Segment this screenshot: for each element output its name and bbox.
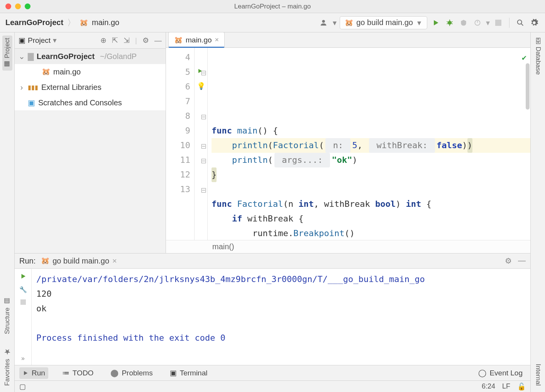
go-file-icon: 🐹 [80, 19, 88, 27]
fold-icon[interactable]: ⊟ [201, 157, 206, 165]
balloon-icon: ◯ [478, 368, 486, 377]
code-line[interactable]: println( args...: "ok") [212, 153, 530, 167]
maximize-window-icon[interactable] [25, 3, 30, 9]
bottom-tool-strip: Run ≔ TODO ⬤ Problems ▣ Terminal ◯ Event… [15, 365, 530, 380]
internal-tool-button[interactable]: Internal [534, 362, 542, 388]
database-tool-button[interactable]: 🗄 Database [534, 35, 542, 77]
rerun-icon[interactable] [20, 273, 27, 280]
svg-point-0 [322, 20, 325, 22]
more-icon[interactable]: » [21, 355, 25, 362]
workspace: ▦ Project Structure ▤ Favorites ★ ▣ Proj… [0, 32, 545, 392]
lock-icon[interactable]: 🔓 [517, 382, 526, 391]
run-header: Run: 🐹 go build main.go × ⚙ — [15, 253, 530, 269]
editor-tab-main-go[interactable]: 🐹 main.go × [168, 32, 225, 47]
code-line[interactable]: runtime.Breakpoint() [212, 226, 530, 240]
tree-scratches[interactable]: › ▣ Scratches and Consoles [15, 95, 166, 110]
problems-tab-button[interactable]: ⬤ Problems [107, 367, 156, 379]
close-icon[interactable]: × [112, 257, 117, 265]
coverage-button[interactable] [458, 17, 469, 28]
tree-external-libraries[interactable]: › ▮▮▮ External Libraries [15, 79, 166, 95]
run-button[interactable] [430, 17, 441, 28]
event-log-button[interactable]: ◯ Event Log [475, 367, 526, 379]
project-tree[interactable]: ⌄ ▇ LearnGoProject ~/GolandP 🐹 main.go ›… [15, 49, 166, 110]
inspection-ok-icon[interactable]: ✔ [522, 50, 526, 65]
run-tool-window: Run: 🐹 go build main.go × ⚙ — 🔧 » [15, 253, 530, 365]
console-line: Process finished with the exit code 0 [36, 331, 526, 345]
terminal-tab-button[interactable]: ▣ Terminal [167, 367, 211, 379]
run-tab[interactable]: 🐹 go build main.go × [41, 257, 117, 265]
structure-tool-button[interactable]: Structure ▤ [3, 295, 11, 336]
select-opened-file-icon[interactable]: ⊕ [100, 36, 107, 45]
code-line[interactable]: func Factorial(n int, withBreak bool) in… [212, 197, 530, 211]
svg-point-1 [448, 21, 452, 25]
title-bar: LearnGoProject – main.go [0, 0, 545, 13]
minimize-window-icon[interactable] [15, 3, 21, 9]
line-separator[interactable]: LF [502, 382, 510, 390]
line-numbers: 45678910111213 [166, 48, 195, 240]
scratches-icon: ▣ [28, 98, 35, 107]
code-line[interactable]: func main() { [212, 123, 530, 138]
chevron-down-icon[interactable]: ⌄ [19, 52, 25, 61]
stop-button[interactable] [493, 17, 504, 28]
tree-file-main-go[interactable]: 🐹 main.go [15, 64, 166, 79]
user-icon[interactable] [319, 17, 330, 28]
stop-icon[interactable] [20, 299, 26, 305]
status-bar: ▢ 6:24 LF 🔓 [15, 380, 530, 392]
code-line[interactable] [212, 182, 530, 197]
todo-tab-button[interactable]: ≔ TODO [59, 367, 97, 379]
caret-position[interactable]: 6:24 [482, 382, 495, 390]
list-icon: ≔ [62, 368, 69, 377]
chevron-right-icon[interactable]: › [19, 83, 25, 92]
run-title: Run: [19, 257, 36, 265]
gutter-icons: ⊟💡⊟⊟⊟⊟ [195, 48, 208, 240]
console-line: ok [36, 301, 526, 316]
close-window-icon[interactable] [5, 3, 11, 9]
favorites-tool-button[interactable]: Favorites ★ [3, 345, 12, 388]
go-file-icon: 🐹 [345, 19, 353, 27]
center-area: ▣ Project ▾ ⊕ ⇱ ⇲ | ⚙ — ⌄ [15, 32, 530, 392]
structure-icon: ▤ [3, 297, 11, 305]
main-toolbar: LearnGoProject 〉 🐹 main.go ▾ 🐹 go build … [0, 13, 545, 32]
search-everywhere-button[interactable] [515, 17, 526, 28]
editor-breadcrumb[interactable]: main() [166, 240, 530, 253]
chevron-down-icon[interactable]: ▾ [486, 18, 490, 27]
code-line[interactable]: if withBreak { [212, 211, 530, 226]
intention-bulb-icon[interactable]: 💡 [197, 82, 205, 90]
star-icon: ★ [3, 347, 12, 357]
tool-windows-icon[interactable]: ▢ [19, 382, 26, 391]
window-controls [0, 3, 30, 9]
close-tab-icon[interactable]: × [215, 36, 219, 44]
breadcrumb-file[interactable]: main.go [92, 18, 119, 27]
gear-icon[interactable]: ⚙ [505, 256, 512, 265]
breadcrumb-project[interactable]: LearnGoProject [5, 18, 63, 27]
debug-button[interactable] [444, 17, 455, 28]
scrollbar-thumb[interactable] [526, 63, 530, 110]
code-area[interactable]: ✔ func main() { println(Factorial( n: 5,… [208, 48, 530, 240]
collapse-all-icon[interactable]: ⇲ [124, 36, 130, 45]
fold-icon[interactable]: ⊟ [201, 69, 206, 77]
tree-project-root[interactable]: ⌄ ▇ LearnGoProject ~/GolandP [15, 49, 166, 64]
run-configuration-selector[interactable]: 🐹 go build main.go ▾ [340, 16, 427, 29]
fold-icon[interactable]: ⊟ [201, 186, 206, 194]
code-line[interactable] [212, 109, 530, 123]
chevron-down-icon[interactable]: ▾ [53, 36, 57, 45]
run-config-label: go build main.go [356, 18, 413, 27]
expand-all-icon[interactable]: ⇱ [112, 36, 118, 45]
hide-panel-icon[interactable]: — [154, 36, 162, 45]
library-icon: ▮▮▮ [28, 84, 38, 91]
code-line[interactable]: println(Factorial( n: 5, withBreak: fals… [212, 138, 530, 153]
project-tool-button[interactable]: ▦ Project [2, 35, 12, 71]
go-file-icon: 🐹 [174, 36, 183, 44]
code-line[interactable]: } [212, 167, 530, 182]
chevron-down-icon[interactable]: ▾ [333, 18, 337, 27]
fold-icon[interactable]: ⊟ [201, 113, 206, 121]
wrench-icon[interactable]: 🔧 [19, 286, 27, 293]
fold-icon[interactable]: ⊟ [201, 142, 206, 150]
run-tab-button[interactable]: Run [19, 367, 48, 379]
database-icon: 🗄 [534, 38, 542, 44]
gear-icon[interactable]: ⚙ [142, 36, 149, 45]
run-output[interactable]: /private/var/folders/2n/jlrksnys43b_4mz9… [32, 269, 530, 365]
settings-button[interactable] [529, 17, 540, 28]
hide-panel-icon[interactable]: — [518, 256, 526, 265]
profile-button[interactable] [472, 17, 483, 28]
